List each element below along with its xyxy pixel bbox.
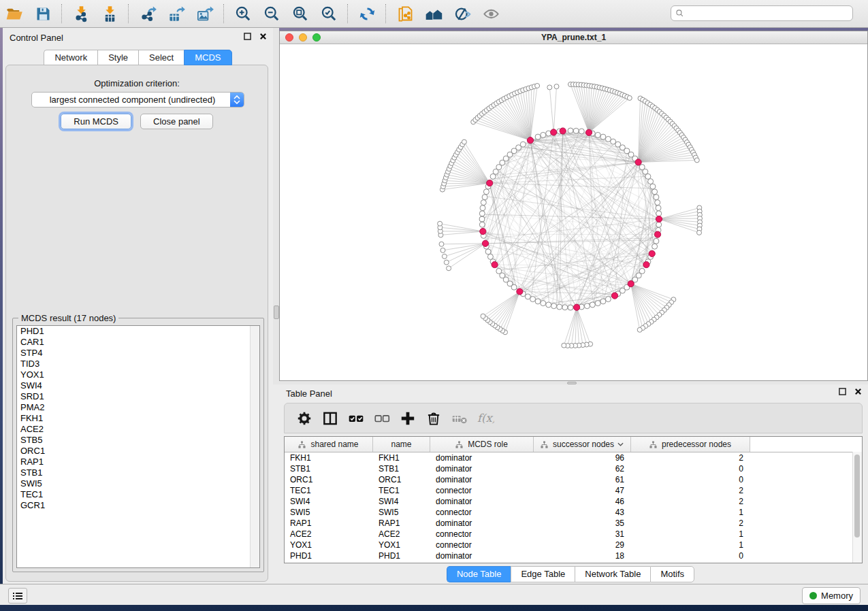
- tab-node-table[interactable]: Node Table: [447, 566, 511, 582]
- zoom-in-button[interactable]: [231, 2, 255, 25]
- splitter-handle[interactable]: [274, 306, 279, 319]
- open-file-button[interactable]: [2, 2, 27, 25]
- scrollbar-thumb[interactable]: [854, 455, 860, 538]
- mcds-hub-node[interactable]: [487, 180, 493, 186]
- cell-predecessor: 2: [631, 486, 750, 495]
- export-table-button[interactable]: [164, 2, 189, 25]
- tab-network-table[interactable]: Network Table: [575, 566, 650, 582]
- export-image-button[interactable]: [193, 2, 217, 25]
- run-mcds-button[interactable]: Run MCDS: [61, 114, 131, 129]
- mcds-hub-node[interactable]: [492, 261, 498, 267]
- mcds-result-item[interactable]: TID3: [17, 359, 259, 369]
- mcds-result-item[interactable]: SWI5: [17, 478, 259, 489]
- mcds-hub-node[interactable]: [551, 129, 557, 135]
- mcds-result-item[interactable]: PMA2: [17, 402, 259, 413]
- status-bar: Memory: [0, 584, 868, 605]
- mcds-result-item[interactable]: SWI4: [17, 380, 259, 391]
- refresh-view-button[interactable]: [355, 2, 379, 25]
- mcds-hub-node[interactable]: [649, 250, 655, 257]
- table-row[interactable]: SWI4SWI4dominator462: [285, 496, 862, 507]
- mcds-list-scrollbar[interactable]: [250, 326, 259, 567]
- mcds-hub-node[interactable]: [482, 240, 488, 246]
- table-row[interactable]: YOX1YOX1connector291: [285, 540, 862, 550]
- mcds-result-item[interactable]: GCR1: [17, 500, 259, 511]
- table-row[interactable]: TEC1TEC1connector472: [285, 485, 862, 496]
- delete-column-button[interactable]: [423, 408, 444, 429]
- zoom-selected-button[interactable]: [317, 2, 341, 25]
- network-canvas[interactable]: [280, 44, 867, 380]
- mcds-hub-node[interactable]: [643, 261, 649, 267]
- zoom-out-button[interactable]: [259, 2, 284, 25]
- memory-button[interactable]: Memory: [802, 587, 861, 604]
- float-panel-icon[interactable]: [838, 387, 847, 396]
- select-all-button[interactable]: [346, 408, 366, 429]
- table-row[interactable]: STB1STB1dominator620: [285, 463, 862, 474]
- mcds-result-item[interactable]: CAR1: [17, 337, 259, 348]
- mcds-result-item[interactable]: STB1: [17, 467, 259, 478]
- tab-mcds[interactable]: MCDS: [184, 50, 231, 65]
- table-row[interactable]: RAP1RAP1dominator352: [285, 518, 862, 529]
- mcds-hub-node[interactable]: [574, 304, 580, 310]
- mcds-result-item[interactable]: SRD1: [17, 391, 259, 402]
- mcds-hub-node[interactable]: [560, 128, 566, 134]
- mcds-hub-node[interactable]: [585, 129, 592, 135]
- import-network-button[interactable]: [69, 2, 93, 25]
- hide-graphics-details-button[interactable]: [450, 2, 475, 25]
- show-graphics-details-button[interactable]: [479, 2, 503, 25]
- close-panel-icon[interactable]: [259, 32, 268, 41]
- optimization-criterion-select[interactable]: largest connected component (undirected): [31, 92, 244, 108]
- settings-button[interactable]: [294, 408, 315, 429]
- close-panel-icon[interactable]: [854, 387, 863, 396]
- mcds-result-item[interactable]: FKH1: [17, 413, 259, 424]
- tab-edge-table[interactable]: Edge Table: [511, 566, 575, 582]
- open-file-icon: [5, 5, 24, 23]
- import-table-button[interactable]: [97, 2, 122, 25]
- mcds-hub-node[interactable]: [656, 216, 662, 222]
- mcds-result-item[interactable]: PHD1: [17, 326, 259, 337]
- mcds-result-item[interactable]: YOX1: [17, 369, 259, 380]
- column-header-role[interactable]: MCDS role: [430, 437, 534, 452]
- search-box[interactable]: [671, 5, 853, 21]
- tab-network[interactable]: Network: [44, 50, 97, 65]
- column-header-name[interactable]: name: [373, 437, 430, 452]
- tab-motifs[interactable]: Motifs: [650, 566, 694, 582]
- mcds-hub-node[interactable]: [480, 229, 486, 235]
- close-panel-button[interactable]: Close panel: [140, 114, 213, 129]
- split-view-button[interactable]: [320, 408, 340, 429]
- float-panel-icon[interactable]: [243, 32, 252, 41]
- mcds-result-item[interactable]: ACE2: [17, 424, 259, 435]
- neighborhood-button[interactable]: [421, 2, 446, 25]
- table-scrollbar[interactable]: [852, 452, 862, 563]
- tab-style[interactable]: Style: [97, 50, 138, 65]
- table-row[interactable]: ORC1ORC1dominator610: [285, 474, 862, 485]
- column-header-predecessor[interactable]: predecessor nodes: [631, 437, 750, 452]
- mcds-result-item[interactable]: ORC1: [17, 446, 259, 457]
- table-row[interactable]: ACE2ACE2connector311: [285, 529, 862, 540]
- mcds-hub-node[interactable]: [635, 159, 641, 165]
- tab-select[interactable]: Select: [138, 50, 184, 65]
- deselect-all-button[interactable]: [372, 408, 392, 429]
- mcds-result-item[interactable]: STB5: [17, 435, 259, 446]
- column-header-shared_name[interactable]: shared name: [285, 437, 373, 452]
- mcds-hub-node[interactable]: [654, 231, 660, 237]
- table-row[interactable]: SWI5SWI5connector431: [285, 507, 862, 518]
- table-row[interactable]: FKH1FKH1dominator962: [285, 452, 862, 463]
- mcds-hub-node[interactable]: [628, 281, 634, 287]
- mcds-hub-node[interactable]: [527, 137, 533, 144]
- mcds-hub-node[interactable]: [611, 293, 617, 299]
- control-panel: Control Panel NetworkStyleSelectMCDS Opt…: [3, 28, 273, 584]
- panel-menu-button[interactable]: [8, 588, 27, 604]
- mcds-result-item[interactable]: RAP1: [17, 457, 259, 467]
- duplicate-network-button[interactable]: [393, 2, 417, 25]
- mcds-result-item[interactable]: TEC1: [17, 489, 259, 500]
- mcds-hub-node[interactable]: [517, 288, 523, 295]
- mcds-result-list[interactable]: PHD1CAR1STP4TID3YOX1SWI4SRD1PMA2FKH1ACE2…: [16, 325, 260, 568]
- save-session-button[interactable]: [31, 2, 55, 25]
- mcds-result-item[interactable]: STP4: [17, 348, 259, 359]
- table-row[interactable]: PHD1PHD1dominator180: [285, 550, 862, 561]
- search-input[interactable]: [687, 8, 852, 19]
- export-network-button[interactable]: [135, 2, 160, 25]
- column-header-successor[interactable]: successor nodes: [534, 437, 631, 452]
- add-column-button[interactable]: [398, 408, 418, 429]
- zoom-fit-button[interactable]: [288, 2, 312, 25]
